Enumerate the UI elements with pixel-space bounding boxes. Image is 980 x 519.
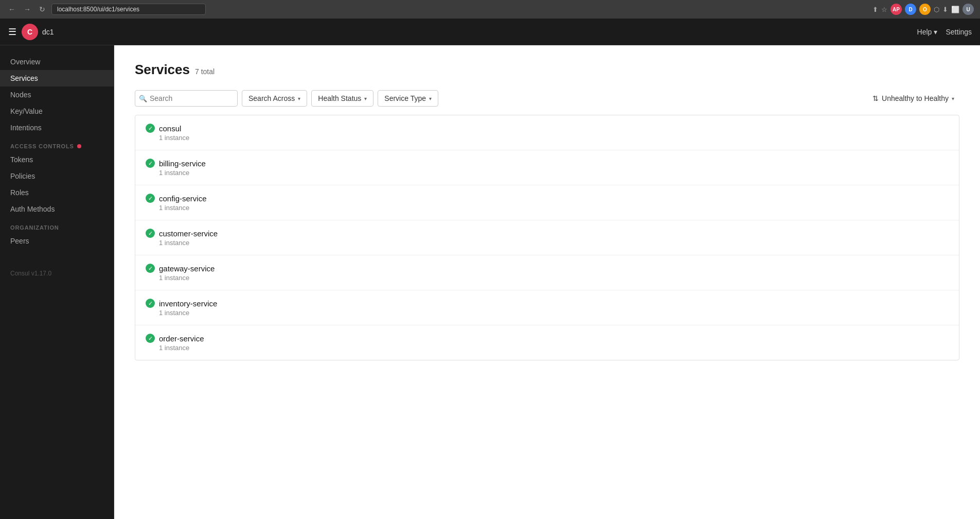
service-type-button[interactable]: Service Type ▾ xyxy=(378,90,438,107)
sort-button[interactable]: ⇅ Unhealthy to Healthy ▾ xyxy=(867,91,959,106)
access-controls-section: ACCESS CONTROLS xyxy=(0,136,114,151)
page-count: 7 total xyxy=(195,67,215,76)
download-icon[interactable]: ⬇ xyxy=(942,6,948,13)
version-label: Consul v1.17.0 xyxy=(0,262,114,285)
services-list: ✓ consul 1 instance ✓ billing-service 1 … xyxy=(135,115,959,360)
hamburger-button[interactable]: ☰ xyxy=(8,26,16,38)
avatar-pink: AP xyxy=(890,4,902,15)
sidebar-auth-methods-label: Auth Methods xyxy=(10,205,55,213)
access-controls-label: ACCESS CONTROLS xyxy=(10,143,74,149)
avatar-orange: O xyxy=(919,4,931,15)
sidebar-keyvalue-label: Key/Value xyxy=(10,107,43,115)
service-row[interactable]: ✓ consul 1 instance xyxy=(135,115,959,150)
service-instance-count: 1 instance xyxy=(146,344,949,352)
sidebar-item-keyvalue[interactable]: Key/Value xyxy=(0,103,114,119)
sidebar-item-auth-methods[interactable]: Auth Methods xyxy=(0,201,114,217)
star-icon[interactable]: ☆ xyxy=(881,6,887,13)
sidebar-item-overview[interactable]: Overview xyxy=(0,54,114,70)
service-row[interactable]: ✓ order-service 1 instance xyxy=(135,325,959,360)
dc-label: dc1 xyxy=(42,28,54,36)
service-name-row: ✓ billing-service xyxy=(146,159,949,168)
search-across-label: Search Across xyxy=(248,94,295,102)
sidebar-item-policies[interactable]: Policies xyxy=(0,168,114,184)
service-instance-count: 1 instance xyxy=(146,274,949,282)
sidebar-peers-label: Peers xyxy=(10,237,29,245)
service-name: customer-service xyxy=(159,229,218,238)
app-container: ☰ C dc1 Help ▾ Settings Overview Service… xyxy=(0,19,980,519)
sidebar-item-tokens[interactable]: Tokens xyxy=(0,151,114,168)
extension-icon[interactable]: ⬡ xyxy=(934,6,939,13)
service-name-row: ✓ consul xyxy=(146,124,949,133)
help-button[interactable]: Help ▾ xyxy=(917,28,938,36)
search-across-button[interactable]: Search Across ▾ xyxy=(242,90,307,107)
service-name: order-service xyxy=(159,334,204,343)
sidebar-item-nodes[interactable]: Nodes xyxy=(0,86,114,103)
filter-bar: 🔍 Search Across ▾ Health Status ▾ Servic… xyxy=(135,90,959,107)
service-row[interactable]: ✓ billing-service 1 instance xyxy=(135,150,959,185)
browser-bar: ← → ↻ ⬆ ☆ AP D O ⬡ ⬇ ⬜ U xyxy=(0,0,980,19)
settings-button[interactable]: Settings xyxy=(946,28,972,36)
search-across-chevron: ▾ xyxy=(298,96,300,101)
service-row[interactable]: ✓ inventory-service 1 instance xyxy=(135,290,959,325)
health-status-chevron: ▾ xyxy=(364,96,367,101)
service-name: config-service xyxy=(159,194,207,203)
help-label: Help xyxy=(917,28,932,36)
sort-chevron: ▾ xyxy=(952,96,954,101)
health-check-icon: ✓ xyxy=(146,124,155,133)
access-controls-dot xyxy=(77,144,81,148)
main-layout: Overview Services Nodes Key/Value Intent… xyxy=(0,45,980,519)
service-name-row: ✓ config-service xyxy=(146,194,949,203)
avatar-user: U xyxy=(963,4,974,15)
service-name-row: ✓ customer-service xyxy=(146,229,949,238)
refresh-button[interactable]: ↻ xyxy=(37,4,47,14)
search-input-wrapper: 🔍 xyxy=(135,90,238,107)
browser-icons: ⬆ ☆ AP D O ⬡ ⬇ ⬜ U xyxy=(872,4,974,15)
service-instance-count: 1 instance xyxy=(146,239,949,247)
page-header: Services 7 total xyxy=(135,62,959,78)
sidebar-item-peers[interactable]: Peers xyxy=(0,233,114,249)
service-name-row: ✓ order-service xyxy=(146,334,949,343)
sidebar-policies-label: Policies xyxy=(10,172,35,180)
service-name-row: ✓ gateway-service xyxy=(146,264,949,273)
service-type-chevron: ▾ xyxy=(429,96,432,101)
service-name-row: ✓ inventory-service xyxy=(146,299,949,308)
forward-button[interactable]: → xyxy=(22,4,33,14)
health-check-icon: ✓ xyxy=(146,264,155,273)
health-status-button[interactable]: Health Status ▾ xyxy=(311,90,373,107)
sidebar-bottom: Consul v1.17.0 xyxy=(0,262,114,285)
service-row[interactable]: ✓ customer-service 1 instance xyxy=(135,220,959,255)
top-nav: ☰ C dc1 Help ▾ Settings xyxy=(0,19,980,45)
search-input[interactable] xyxy=(135,90,238,107)
health-check-icon: ✓ xyxy=(146,229,155,238)
url-bar[interactable] xyxy=(51,4,206,15)
sidebar-item-services[interactable]: Services xyxy=(0,70,114,86)
consul-logo[interactable]: C dc1 xyxy=(22,24,54,40)
sidebar-tokens-label: Tokens xyxy=(10,155,33,164)
service-name: consul xyxy=(159,124,181,133)
service-name: inventory-service xyxy=(159,299,217,308)
sidebar-nodes-label: Nodes xyxy=(10,91,31,99)
sidebar-roles-label: Roles xyxy=(10,188,29,197)
health-check-icon: ✓ xyxy=(146,334,155,343)
service-instance-count: 1 instance xyxy=(146,169,949,177)
window-icon[interactable]: ⬜ xyxy=(951,6,959,13)
organization-label: ORGANIZATION xyxy=(10,224,59,231)
service-row[interactable]: ✓ config-service 1 instance xyxy=(135,185,959,220)
sidebar-overview-label: Overview xyxy=(10,58,40,66)
service-instance-count: 1 instance xyxy=(146,309,949,317)
sort-label: Unhealthy to Healthy xyxy=(882,94,949,102)
sidebar-item-roles[interactable]: Roles xyxy=(0,184,114,201)
service-type-label: Service Type xyxy=(384,94,426,102)
sidebar-item-intentions[interactable]: Intentions xyxy=(0,119,114,136)
sort-icon: ⇅ xyxy=(872,94,879,102)
back-button[interactable]: ← xyxy=(6,4,17,14)
consul-logo-circle: C xyxy=(22,24,38,40)
health-status-label: Health Status xyxy=(318,94,361,102)
help-chevron: ▾ xyxy=(934,28,937,36)
health-check-icon: ✓ xyxy=(146,299,155,308)
service-name: billing-service xyxy=(159,159,206,168)
health-check-icon: ✓ xyxy=(146,159,155,168)
service-row[interactable]: ✓ gateway-service 1 instance xyxy=(135,255,959,290)
share-icon[interactable]: ⬆ xyxy=(872,6,878,13)
sidebar: Overview Services Nodes Key/Value Intent… xyxy=(0,45,114,519)
